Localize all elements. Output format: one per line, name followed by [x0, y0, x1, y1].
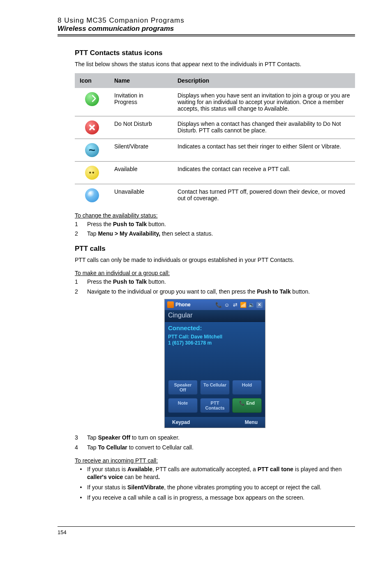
text: Press the [87, 221, 113, 227]
row-desc: Indicates the contact can receive a PTT … [173, 161, 355, 184]
text-bold: . [158, 474, 160, 480]
text-bold: caller's voice [87, 474, 123, 480]
hold-button[interactable]: Hold [232, 380, 262, 395]
row-desc: Indicates a contact has set their ringer… [173, 139, 355, 161]
text: is played and then [293, 466, 342, 472]
ptt-icons-heading: PTT Contacts status icons [75, 49, 355, 57]
text: Tap [87, 444, 98, 451]
list-item: 4 Tap To Cellular to convert to Cellular… [75, 444, 355, 452]
text-bold: Available [127, 466, 152, 472]
text: If you receive a call while a call is in… [87, 494, 304, 502]
ptt-calls-intro: PTT calls can only be made to individual… [75, 256, 355, 264]
text: button. [291, 288, 310, 295]
page-number: 154 [58, 529, 355, 535]
signal-icon: 📶 [240, 301, 247, 308]
header-section: Wireless communication programs [58, 25, 355, 33]
row-name: Available [109, 161, 173, 184]
text-bold: Menu > My Availability, [98, 230, 160, 237]
task-change-availability: To change the availability status: [75, 212, 355, 219]
list-item: 1 Press the Push to Talk button. [75, 220, 355, 229]
row-desc: Contact has turned PTT off, powered down… [173, 184, 355, 206]
start-flag-icon [167, 301, 174, 308]
text: to turn on speaker. [130, 434, 180, 441]
text-bold: PTT call tone [258, 466, 293, 472]
text-bold: Silent/Vibrate [127, 484, 164, 491]
menubar: Keypad Menu [165, 417, 265, 428]
connected-label: Connected: [168, 324, 262, 331]
header-rule-thin [58, 36, 355, 37]
phone-screenshot: Phone 📞 ☺ ⇄ 📶 🔉 × Cingular Connected: PT… [164, 299, 265, 428]
row-name: Do Not Disturb [109, 116, 173, 139]
row-desc: Displays when you have sent an invitatio… [173, 88, 355, 116]
call-number: 1 (617) 306-2178 m [168, 340, 262, 346]
text: Press the [87, 278, 113, 285]
speaker-off-button[interactable]: Speaker Off [168, 380, 198, 395]
text: Navigate to the individual or group you … [87, 288, 257, 295]
titlebar: Phone 📞 ☺ ⇄ 📶 🔉 × [165, 299, 265, 310]
col-name: Name [109, 73, 173, 88]
header-chapter: 8 Using MC35 Companion Programs [58, 16, 355, 25]
table-row: Available Indicates the contact can rece… [75, 161, 355, 184]
text: then select a status. [160, 230, 213, 237]
phone-body: Connected: PTT Call: Dave Mitchell 1 (61… [165, 322, 265, 417]
list-item: 2 Tap Menu > My Availability, then selec… [75, 230, 355, 238]
phone-status-icon: 📞 [215, 301, 222, 308]
row-name: Unavailable [109, 184, 173, 206]
carrier-label: Cingular [165, 310, 265, 322]
task-make-call: To make an individual or a group call: [75, 270, 355, 276]
sync-icon: ⇄ [232, 301, 238, 308]
col-desc: Description [173, 73, 355, 88]
list-item: 2 Navigate to the individual or group yo… [75, 288, 355, 296]
row-name: Invitation in Progress [109, 88, 173, 116]
text-bold: Push to Talk [257, 288, 291, 295]
invitation-icon [85, 92, 99, 106]
text: Tap [87, 434, 98, 441]
table-row: Invitation in Progress Displays when you… [75, 88, 355, 116]
text: , the phone vibrates prompting you to ac… [164, 484, 321, 491]
footer-rule [58, 526, 355, 527]
row-desc: Displays when a contact has changed thei… [173, 116, 355, 139]
text: If your status is [87, 466, 127, 472]
face-icon: ☺ [224, 301, 230, 308]
to-cellular-button[interactable]: To Cellular [200, 380, 230, 395]
text: Tap [87, 230, 98, 237]
task-receive-call: To receive an incoming PTT call: [75, 457, 355, 464]
app-title: Phone [175, 302, 191, 308]
text-bold: Push to Talk [113, 221, 147, 227]
text: to convert to Cellular call. [127, 444, 194, 451]
close-icon: × [256, 302, 263, 308]
note-button[interactable]: Note [168, 398, 198, 413]
text: button. [147, 221, 166, 227]
list-item: 3 Tap Speaker Off to turn on speaker. [75, 434, 355, 442]
list-item: 1 Press the Push to Talk button. [75, 278, 355, 286]
end-button[interactable]: 📞 End [232, 398, 262, 413]
keypad-softkey[interactable]: Keypad [172, 419, 190, 425]
call-name: PTT Call: Dave Mitchell [168, 334, 262, 340]
unavailable-icon [85, 188, 99, 202]
ptt-icons-intro: The list below shows the status icons th… [75, 60, 355, 68]
text: can be heard [123, 474, 158, 480]
table-row: Do Not Disturb Displays when a contact h… [75, 116, 355, 139]
status-icons-table: Icon Name Description Invitation in Prog… [75, 73, 355, 206]
menu-softkey[interactable]: Menu [245, 419, 258, 425]
text-bold: Speaker Off [98, 434, 130, 441]
dnd-icon [85, 120, 99, 134]
ptt-calls-heading: PTT calls [75, 245, 355, 253]
text-bold: To Cellular [98, 444, 127, 451]
header-rule-thick [58, 35, 355, 35]
table-row: Unavailable Contact has turned PTT off, … [75, 184, 355, 206]
text: If your status is [87, 484, 127, 491]
list-item: • If your status is Silent/Vibrate, the … [75, 484, 355, 491]
speaker-icon: 🔉 [248, 301, 255, 308]
table-row: Silent/Vibrate Indicates a contact has s… [75, 139, 355, 161]
list-item: • If your status is Available, PTT calls… [75, 465, 355, 481]
ptt-contacts-button[interactable]: PTT Contacts [200, 398, 230, 413]
available-icon [85, 166, 99, 180]
row-name: Silent/Vibrate [109, 139, 173, 161]
silent-vibrate-icon [85, 143, 99, 157]
list-item: • If you receive a call while a call is … [75, 494, 355, 502]
col-icon: Icon [75, 73, 109, 88]
text: button. [147, 278, 166, 285]
end-label: End [246, 400, 255, 405]
text-bold: Push to Talk [113, 278, 147, 285]
